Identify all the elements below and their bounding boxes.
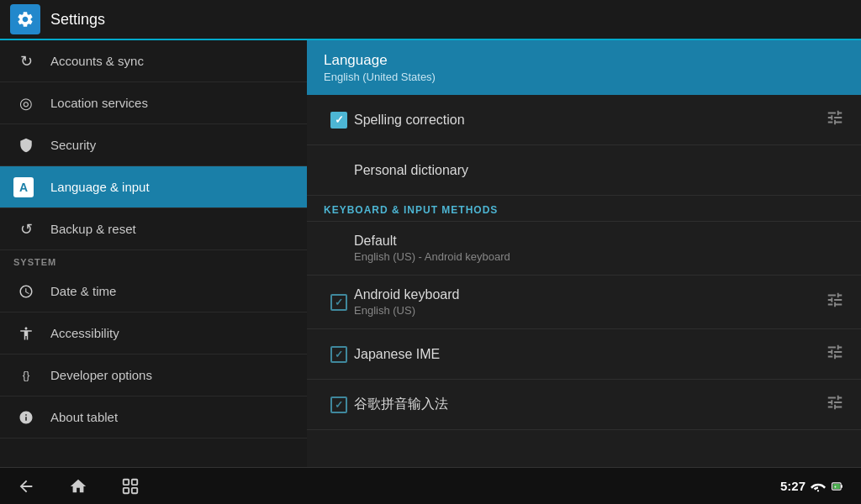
android-keyboard-checkbox[interactable]: ✓ [330,294,347,311]
sidebar-item-about-tablet[interactable]: About tablet [0,396,307,438]
page-title: Settings [50,11,105,29]
developer-icon: {} [13,363,39,388]
sidebar-item-security[interactable]: Security [0,124,307,166]
spelling-correction-settings-icon[interactable] [826,108,844,131]
japanese-ime-settings-icon[interactable] [826,343,844,365]
google-pinyin-label: 谷歌拼音输入法 [354,396,817,413]
spelling-correction-item[interactable]: ✓ Spelling correction [307,95,861,145]
japanese-ime-checkbox[interactable]: ✓ [330,346,347,363]
sidebar-item-backup-reset[interactable]: ↺ Backup & reset [0,208,307,250]
wifi-icon [811,480,826,492]
date-time-icon [13,279,39,304]
settings-app-icon [10,4,40,34]
home-button[interactable] [69,477,87,496]
top-bar: Settings [0,0,861,40]
android-keyboard-sub: English (US) [354,304,817,317]
default-keyboard-item[interactable]: Default English (US) - Android keyboard [307,222,861,276]
svg-rect-3 [132,487,137,492]
back-button[interactable] [17,477,35,496]
sidebar-item-developer-options[interactable]: {} Developer options [0,354,307,396]
default-keyboard-label: Default [354,234,844,249]
battery-icon: + [831,480,844,492]
google-pinyin-settings-icon[interactable] [826,393,844,416]
accounts-sync-icon: ↻ [13,49,39,74]
personal-dictionary-label: Personal dictionary [354,163,844,178]
system-section-label: SYSTEM [0,250,307,270]
sidebar: ↻ Accounts & sync ◎ Location services Se… [0,40,307,467]
language-header[interactable]: Language English (United States) [307,40,861,95]
content-panel: Language English (United States) ✓ Spell… [307,40,861,467]
android-keyboard-settings-icon[interactable] [826,291,844,313]
default-keyboard-sub: English (US) - Android keyboard [354,250,844,263]
japanese-ime-item[interactable]: ✓ Japanese IME [307,329,861,380]
google-pinyin-item[interactable]: ✓ 谷歌拼音输入法 [307,380,861,430]
sidebar-item-accessibility[interactable]: Accessibility [0,312,307,354]
spelling-correction-label: Spelling correction [354,113,817,128]
japanese-ime-check[interactable]: ✓ [324,346,354,363]
language-icon: A [13,177,34,197]
location-icon: ◎ [13,91,39,116]
android-keyboard-label: Android keyboard [354,287,817,302]
sidebar-item-language-input[interactable]: A Language & input [0,166,307,208]
backup-icon: ↺ [13,217,39,242]
sidebar-item-date-time[interactable]: Date & time [0,270,307,312]
clock: 5:27 [780,479,806,493]
svg-rect-1 [132,479,137,484]
android-keyboard-item[interactable]: ✓ Android keyboard English (US) [307,276,861,329]
android-keyboard-check[interactable]: ✓ [324,294,354,311]
language-subtitle: English (United States) [324,71,844,83]
spelling-correction-check[interactable]: ✓ [324,112,354,129]
language-title: Language [324,52,844,69]
svg-text:+: + [834,485,837,489]
personal-dictionary-item[interactable]: Personal dictionary [307,145,861,196]
nav-buttons [17,477,780,496]
bottom-nav: 5:27 + [0,467,861,504]
security-icon [13,133,39,158]
google-pinyin-check[interactable]: ✓ [324,396,354,413]
about-icon [13,405,39,430]
svg-rect-2 [124,487,129,492]
svg-rect-5 [841,485,843,488]
accessibility-icon [13,321,39,346]
japanese-ime-label: Japanese IME [354,347,817,362]
status-bar: 5:27 + [780,479,844,493]
spelling-correction-checkbox[interactable]: ✓ [330,112,347,129]
main-layout: ↻ Accounts & sync ◎ Location services Se… [0,40,861,467]
sidebar-item-accounts-sync[interactable]: ↻ Accounts & sync [0,40,307,82]
sidebar-item-location-services[interactable]: ◎ Location services [0,82,307,124]
svg-rect-0 [124,479,129,484]
recent-apps-button[interactable] [121,477,140,496]
keyboard-section-header: KEYBOARD & INPUT METHODS [307,196,861,222]
google-pinyin-checkbox[interactable]: ✓ [330,396,347,413]
